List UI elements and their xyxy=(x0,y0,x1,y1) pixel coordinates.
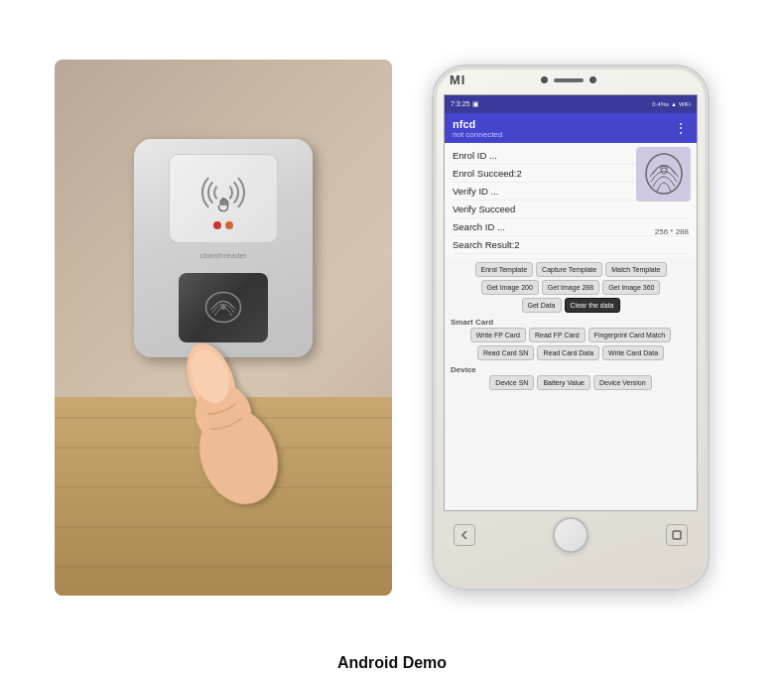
app-bar: nfcd not connected ⋮ xyxy=(445,113,697,143)
button-row-3: Get Data Clear the data xyxy=(449,298,693,313)
button-row-2: Get Image 200 Get Image 288 Get Image 36… xyxy=(449,280,693,295)
rfid-symbol xyxy=(198,168,248,217)
search-id-row: Search ID ... xyxy=(453,218,689,236)
scanner-brand-label: cbanthreader xyxy=(199,251,246,260)
write-fp-card-btn[interactable]: Write FP Card xyxy=(470,328,526,342)
clear-data-btn[interactable]: Clear the data xyxy=(565,298,620,313)
home-button[interactable] xyxy=(553,517,588,553)
status-right: 0.4%s ▲ WiFi xyxy=(652,101,691,107)
device-sn-btn[interactable]: Device SN xyxy=(489,375,534,390)
menu-icon[interactable]: ⋮ xyxy=(674,120,689,136)
phone-top-bar: MI xyxy=(434,67,708,94)
capture-template-btn[interactable]: Capture Template xyxy=(536,262,602,277)
sensor xyxy=(589,76,596,83)
get-data-btn[interactable]: Get Data xyxy=(522,298,562,313)
get-image-200-btn[interactable]: Get Image 200 xyxy=(481,280,539,295)
rfid-reader xyxy=(169,154,278,243)
read-fp-card-btn[interactable]: Read FP Card xyxy=(529,328,586,342)
led-indicators xyxy=(213,221,233,229)
app-title: nfcd xyxy=(453,118,502,130)
earpiece-speaker xyxy=(554,78,584,82)
smart-card-row-2: Read Card SN Read Card Data Write Card D… xyxy=(449,345,693,360)
phone-bottom-nav xyxy=(434,511,708,559)
recents-button[interactable] xyxy=(666,524,688,546)
fp-card-match-btn[interactable]: Fingerprint Card Match xyxy=(588,328,672,342)
wood-grain-5 xyxy=(55,566,392,568)
battery-value-btn[interactable]: Battery Value xyxy=(537,375,590,390)
match-template-btn[interactable]: Match Template xyxy=(605,262,666,277)
back-button[interactable] xyxy=(454,524,475,546)
wifi-icon: WiFi xyxy=(679,101,691,107)
status-left: 7:3:25 ▣ xyxy=(451,100,479,108)
notification-icon: ▣ xyxy=(472,100,479,108)
phone-screen: 7:3:25 ▣ 0.4%s ▲ WiFi nfcd not xyxy=(444,94,698,511)
front-camera xyxy=(541,76,548,83)
device-row-1: Device SN Battery Value Device Version xyxy=(449,375,693,390)
scanner-photo: cbanthreader xyxy=(55,60,392,596)
recents-icon xyxy=(671,529,683,541)
status-bar: 7:3:25 ▣ 0.4%s ▲ WiFi xyxy=(445,95,697,113)
image-size-label: 256 * 288 xyxy=(655,227,689,236)
write-card-data-btn[interactable]: Write Card Data xyxy=(602,345,664,360)
back-icon xyxy=(458,529,470,541)
screen-content: Enrol ID ... Enrol Succeed:2 Verify ID .… xyxy=(445,143,697,258)
phone-body: MI 7:3:25 ▣ xyxy=(432,65,710,591)
mi-logo: MI xyxy=(450,72,465,87)
search-result-row: Search Result:2 xyxy=(453,236,689,254)
status-time: 7:3:25 xyxy=(451,100,469,107)
svg-rect-8 xyxy=(673,531,681,539)
verify-succeed-row: Verify Succeed xyxy=(453,201,689,218)
camera-speaker-area xyxy=(541,76,596,83)
read-card-data-btn[interactable]: Read Card Data xyxy=(537,345,599,360)
battery-text: 0.4%s xyxy=(652,101,669,107)
svg-point-1 xyxy=(221,305,226,310)
android-demo-caption: Android Demo xyxy=(337,654,447,672)
smart-card-row-1: Write FP Card Read FP Card Fingerprint C… xyxy=(449,328,693,342)
app-subtitle: not connected xyxy=(453,130,502,139)
led-orange xyxy=(225,221,233,229)
enrol-template-btn[interactable]: Enrol Template xyxy=(475,262,534,277)
read-card-sn-btn[interactable]: Read Card SN xyxy=(477,345,535,360)
button-row-1: Enrol Template Capture Template Match Te… xyxy=(449,262,693,277)
smart-card-label: Smart Card xyxy=(449,316,693,328)
fp-print-svg xyxy=(639,149,689,199)
get-image-288-btn[interactable]: Get Image 288 xyxy=(542,280,599,295)
signal-icon: ▲ xyxy=(671,101,677,107)
hand-rfid-icon xyxy=(212,196,234,217)
app-title-area: nfcd not connected xyxy=(453,118,502,139)
caption-area: Android Demo xyxy=(337,644,447,677)
device-version-btn[interactable]: Device Version xyxy=(593,375,652,390)
buttons-section: Enrol Template Capture Template Match Te… xyxy=(445,258,697,397)
images-row: cbanthreader xyxy=(25,0,759,644)
device-label: Device xyxy=(449,363,693,375)
fingerprint-display-image xyxy=(636,147,691,202)
phone-container: MI 7:3:25 ▣ xyxy=(412,60,729,596)
led-red xyxy=(213,221,221,229)
get-image-360-btn[interactable]: Get Image 360 xyxy=(602,280,660,295)
main-container: cbanthreader xyxy=(0,0,784,677)
